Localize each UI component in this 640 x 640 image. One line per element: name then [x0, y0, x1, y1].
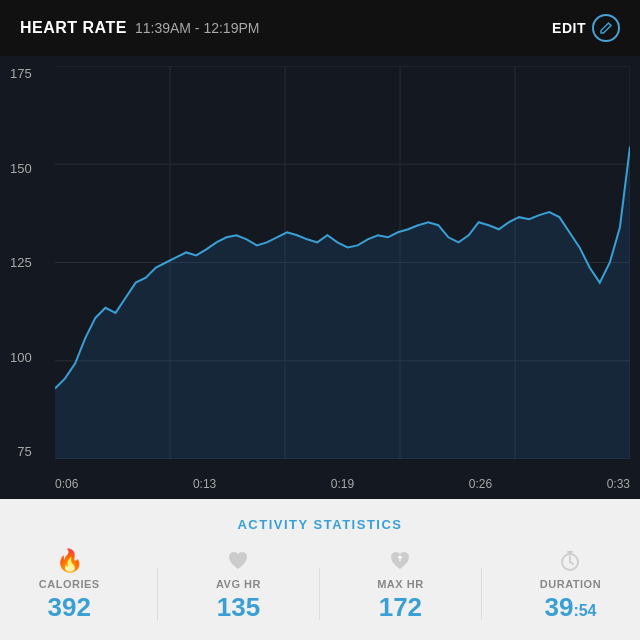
stat-max-hr: MAX HR 172 — [377, 548, 423, 620]
stat-duration: DURATION 39:54 — [540, 548, 601, 620]
calories-label: CALORIES — [39, 578, 100, 590]
stats-title: ACTIVITY STATISTICS — [10, 517, 630, 532]
max-hr-icon — [389, 548, 411, 574]
divider-2 — [319, 568, 320, 620]
duration-label: DURATION — [540, 578, 601, 590]
calories-icon: 🔥 — [56, 548, 83, 574]
avg-hr-icon — [227, 548, 249, 574]
avg-hr-label: AVG HR — [216, 578, 261, 590]
y-axis-labels: 175 150 125 100 75 — [10, 66, 32, 459]
divider-3 — [481, 568, 482, 620]
x-label-026: 0:26 — [469, 477, 492, 491]
y-label-175: 175 — [10, 66, 32, 81]
header: HEART RATE 11:39AM - 12:19PM EDIT — [0, 0, 640, 56]
header-time: 11:39AM - 12:19PM — [135, 20, 260, 36]
pencil-icon — [599, 21, 613, 35]
stat-avg-hr: AVG HR 135 — [216, 548, 261, 620]
header-left: HEART RATE 11:39AM - 12:19PM — [20, 19, 259, 37]
avg-hr-value: 135 — [217, 594, 260, 620]
y-label-150: 150 — [10, 161, 32, 176]
divider-1 — [157, 568, 158, 620]
heart-rate-chart — [55, 66, 630, 459]
edit-button[interactable]: EDIT — [552, 14, 620, 42]
x-label-033: 0:33 — [607, 477, 630, 491]
max-hr-value: 172 — [379, 594, 422, 620]
edit-icon-circle — [592, 14, 620, 42]
y-label-100: 100 — [10, 350, 32, 365]
duration-icon — [559, 548, 581, 574]
edit-label: EDIT — [552, 20, 586, 36]
x-label-019: 0:19 — [331, 477, 354, 491]
duration-minutes: 39 — [544, 592, 573, 622]
x-axis-labels: 0:06 0:13 0:19 0:26 0:33 — [55, 477, 630, 491]
chart-svg-area — [55, 66, 630, 459]
duration-seconds: :54 — [573, 602, 596, 619]
stat-calories: 🔥 CALORIES 392 — [39, 548, 100, 620]
stopwatch-icon — [559, 550, 581, 572]
duration-value: 39:54 — [544, 594, 596, 620]
heart-arrow-icon — [389, 551, 411, 571]
stats-row: 🔥 CALORIES 392 AVG HR 135 — [10, 548, 630, 620]
stats-panel: ACTIVITY STATISTICS 🔥 CALORIES 392 AVG H… — [0, 499, 640, 640]
app-container: HEART RATE 11:39AM - 12:19PM EDIT 175 15… — [0, 0, 640, 640]
x-label-013: 0:13 — [193, 477, 216, 491]
y-label-125: 125 — [10, 255, 32, 270]
x-label-006: 0:06 — [55, 477, 78, 491]
page-title: HEART RATE — [20, 19, 127, 37]
heart-icon — [227, 551, 249, 571]
y-label-75: 75 — [17, 444, 31, 459]
svg-line-12 — [570, 562, 573, 564]
calories-value: 392 — [48, 594, 91, 620]
chart-container: 175 150 125 100 75 — [0, 56, 640, 499]
max-hr-label: MAX HR — [377, 578, 423, 590]
